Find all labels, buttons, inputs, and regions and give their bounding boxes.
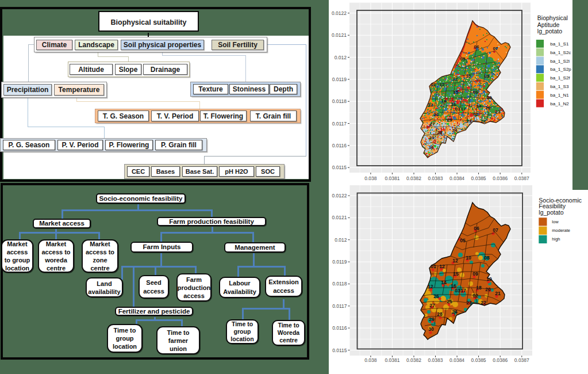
- svg-text:0.012: 0.012: [335, 55, 347, 60]
- svg-text:ba_1_S1: ba_1_S1: [550, 41, 569, 47]
- svg-text:28: 28: [437, 130, 443, 135]
- svg-text:moderate: moderate: [552, 228, 570, 233]
- svg-text:05: 05: [460, 56, 466, 62]
- svg-text:24: 24: [452, 128, 458, 133]
- svg-text:0.0122: 0.0122: [332, 193, 347, 199]
- svg-text:0.0384: 0.0384: [449, 175, 464, 181]
- svg-text:12: 12: [428, 102, 433, 108]
- svg-text:30: 30: [429, 145, 434, 150]
- svg-text:05: 05: [460, 238, 466, 243]
- svg-text:28: 28: [437, 311, 443, 317]
- svg-text:07: 07: [493, 227, 498, 233]
- svg-text:0.0121: 0.0121: [332, 32, 347, 38]
- svg-text:0.0381: 0.0381: [385, 175, 399, 181]
- svg-text:12: 12: [453, 77, 458, 82]
- svg-text:01: 01: [431, 264, 436, 269]
- svg-text:15: 15: [454, 90, 459, 95]
- svg-text:0.0381: 0.0381: [385, 357, 399, 363]
- svg-text:30: 30: [428, 326, 434, 332]
- svg-text:0.0119: 0.0119: [332, 259, 347, 265]
- svg-text:ba_1_S2p: ba_1_S2p: [550, 67, 571, 72]
- svg-text:12: 12: [452, 258, 458, 264]
- svg-text:23: 23: [466, 300, 472, 306]
- svg-text:15: 15: [453, 271, 459, 277]
- svg-text:06: 06: [474, 226, 479, 231]
- svg-text:10: 10: [466, 74, 471, 79]
- svg-text:0.0117: 0.0117: [332, 121, 347, 127]
- svg-text:0.0119: 0.0119: [332, 77, 347, 82]
- svg-text:0.0387: 0.0387: [514, 357, 529, 363]
- svg-text:Aptitude: Aptitude: [537, 21, 560, 28]
- svg-text:29: 29: [429, 135, 435, 140]
- svg-text:0.0115: 0.0115: [332, 165, 347, 170]
- svg-text:08: 08: [484, 255, 490, 261]
- svg-text:0.0117: 0.0117: [332, 303, 347, 309]
- svg-text:18: 18: [476, 285, 482, 291]
- svg-text:0.0386: 0.0386: [493, 175, 508, 181]
- svg-text:21: 21: [495, 291, 501, 296]
- svg-text:12: 12: [440, 82, 445, 87]
- svg-text:0.0383: 0.0383: [428, 175, 443, 181]
- svg-text:23: 23: [467, 119, 472, 124]
- svg-text:03: 03: [455, 288, 460, 293]
- svg-text:27: 27: [429, 303, 435, 308]
- svg-text:0.0382: 0.0382: [406, 357, 421, 363]
- svg-text:29: 29: [429, 316, 435, 322]
- svg-text:02: 02: [473, 112, 478, 117]
- svg-text:0.0385: 0.0385: [471, 357, 486, 363]
- svg-text:19: 19: [487, 95, 492, 100]
- svg-text:09: 09: [472, 271, 478, 277]
- svg-text:17: 17: [461, 106, 466, 112]
- svg-text:0.0116: 0.0116: [332, 143, 347, 148]
- svg-text:17: 17: [460, 288, 466, 293]
- svg-text:0.0121: 0.0121: [332, 215, 347, 220]
- svg-text:0.0115: 0.0115: [332, 348, 347, 353]
- svg-text:0.0382: 0.0382: [406, 175, 421, 181]
- svg-text:18: 18: [476, 104, 482, 109]
- svg-text:21: 21: [495, 109, 501, 115]
- svg-text:25: 25: [447, 117, 452, 123]
- svg-text:high: high: [552, 236, 560, 242]
- svg-text:10: 10: [466, 255, 471, 261]
- svg-text:07: 07: [493, 46, 498, 51]
- svg-text:Biophysical: Biophysical: [537, 14, 568, 21]
- svg-text:19: 19: [486, 276, 492, 282]
- svg-text:0.0385: 0.0385: [471, 175, 486, 181]
- svg-text:0.012: 0.012: [335, 237, 347, 243]
- svg-text:26: 26: [434, 112, 439, 117]
- svg-text:0.0118: 0.0118: [332, 98, 347, 104]
- svg-text:ba_1_N1: ba_1_N1: [550, 93, 569, 98]
- svg-text:0.038: 0.038: [364, 175, 377, 181]
- svg-text:22: 22: [481, 119, 486, 124]
- svg-text:0.0116: 0.0116: [332, 325, 347, 331]
- svg-text:14: 14: [441, 98, 447, 104]
- svg-text:27: 27: [430, 121, 435, 127]
- svg-text:ba_1_S2c: ba_1_S2c: [550, 50, 571, 55]
- svg-text:low: low: [552, 219, 559, 224]
- svg-text:08: 08: [485, 74, 490, 79]
- svg-text:09: 09: [473, 90, 478, 95]
- svg-text:14: 14: [441, 280, 447, 285]
- svg-text:06: 06: [474, 44, 479, 49]
- svg-text:0.0383: 0.0383: [428, 357, 443, 363]
- svg-text:ba_1_S2l: ba_1_S2l: [550, 59, 570, 64]
- svg-text:0.0387: 0.0387: [514, 175, 529, 181]
- svg-text:ba_1_S3: ba_1_S3: [550, 84, 569, 89]
- svg-text:12: 12: [428, 284, 433, 289]
- svg-text:ba_1_S2f: ba_1_S2f: [550, 75, 570, 81]
- svg-text:0.0122: 0.0122: [332, 10, 347, 16]
- svg-text:01: 01: [431, 82, 436, 87]
- svg-text:lg_potato: lg_potato: [537, 28, 562, 35]
- svg-text:26: 26: [433, 293, 439, 299]
- svg-text:12: 12: [439, 264, 445, 269]
- svg-text:25: 25: [447, 299, 452, 304]
- svg-text:02: 02: [472, 293, 478, 299]
- svg-text:lg_potato: lg_potato: [539, 209, 563, 216]
- svg-text:22: 22: [481, 300, 486, 306]
- svg-text:24: 24: [452, 309, 458, 315]
- svg-text:03: 03: [455, 106, 460, 112]
- svg-text:0.0118: 0.0118: [332, 281, 347, 287]
- svg-text:ba_1_N2: ba_1_N2: [550, 101, 569, 106]
- svg-text:0.038: 0.038: [364, 357, 377, 363]
- svg-text:20: 20: [485, 287, 491, 292]
